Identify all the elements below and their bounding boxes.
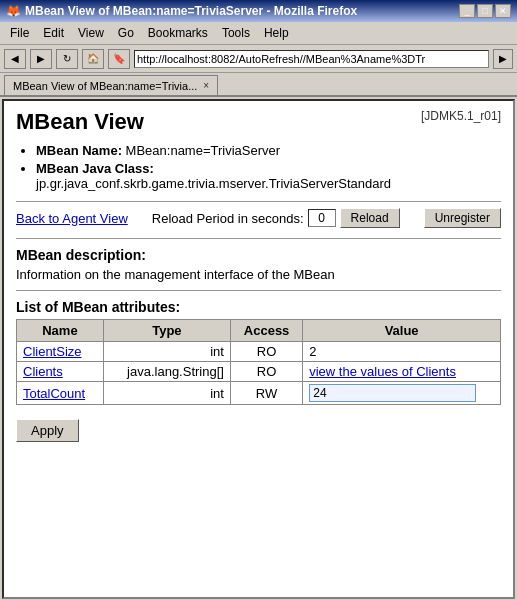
attribute-value: view the values of Clients (303, 362, 501, 382)
menu-bookmarks[interactable]: Bookmarks (142, 24, 214, 42)
table-row: Clientsjava.lang.String[]ROview the valu… (17, 362, 501, 382)
col-header-name: Name (17, 320, 104, 342)
minimize-button[interactable]: _ (459, 4, 475, 18)
attribute-value: 2 (303, 342, 501, 362)
menu-go[interactable]: Go (112, 24, 140, 42)
menu-file[interactable]: File (4, 24, 35, 42)
mbean-header: MBean View [JDMK5.1_r01] (16, 109, 501, 135)
info-section: MBean Name: MBean:name=TriviaServer MBea… (16, 143, 501, 191)
go-button[interactable]: ▶ (493, 49, 513, 69)
title-bar-controls[interactable]: _ □ ✕ (459, 4, 511, 18)
version-label: [JDMK5.1_r01] (421, 109, 501, 123)
back-to-agent-link[interactable]: Back to Agent View (16, 211, 128, 226)
stop-button[interactable]: 🔖 (108, 49, 130, 69)
reload-input[interactable] (308, 209, 336, 227)
attribute-access: RW (230, 382, 302, 405)
close-button[interactable]: ✕ (495, 4, 511, 18)
apply-button[interactable]: Apply (16, 419, 79, 442)
refresh-button[interactable]: ↻ (56, 49, 78, 69)
attributes-table: Name Type Access Value ClientSizeintRO2C… (16, 319, 501, 405)
attribute-value-link[interactable]: view the values of Clients (309, 364, 456, 379)
col-header-access: Access (230, 320, 302, 342)
title-bar-label: 🦊 MBean View of MBean:name=TriviaServer … (6, 4, 357, 18)
browser-tab[interactable]: MBean View of MBean:name=Trivia... × (4, 75, 218, 95)
tab-bar: MBean View of MBean:name=Trivia... × (0, 73, 517, 97)
forward-button[interactable]: ▶ (30, 49, 52, 69)
menu-help[interactable]: Help (258, 24, 295, 42)
reload-controls: Reload Period in seconds: Reload (152, 208, 400, 228)
table-header-row: Name Type Access Value (17, 320, 501, 342)
reload-button[interactable]: Reload (340, 208, 400, 228)
attribute-type: int (103, 342, 230, 362)
home-button[interactable]: 🏠 (82, 49, 104, 69)
attribute-name-link[interactable]: Clients (23, 364, 63, 379)
table-row: ClientSizeintRO2 (17, 342, 501, 362)
back-button[interactable]: ◀ (4, 49, 26, 69)
menu-view[interactable]: View (72, 24, 110, 42)
divider-1 (16, 201, 501, 202)
attribute-access: RO (230, 362, 302, 382)
title-bar: 🦊 MBean View of MBean:name=TriviaServer … (0, 0, 517, 22)
mbean-class-label: MBean Java Class: (36, 161, 154, 176)
attribute-access: RO (230, 342, 302, 362)
table-row: TotalCountintRW (17, 382, 501, 405)
firefox-icon: 🦊 (6, 4, 21, 18)
attribute-type: int (103, 382, 230, 405)
page-title: MBean View (16, 109, 144, 135)
mbean-class-item: MBean Java Class: jp.gr.java_conf.skrb.g… (36, 161, 501, 191)
mbean-name-value: MBean:name=TriviaServer (126, 143, 281, 158)
mbean-class-value: jp.gr.java_conf.skrb.game.trivia.mserver… (36, 176, 391, 191)
divider-3 (16, 290, 501, 291)
attribute-type: java.lang.String[] (103, 362, 230, 382)
mbean-name-item: MBean Name: MBean:name=TriviaServer (36, 143, 501, 158)
content-area: MBean View [JDMK5.1_r01] MBean Name: MBe… (2, 99, 515, 599)
attribute-name-link[interactable]: TotalCount (23, 386, 85, 401)
reload-section: Back to Agent View Reload Period in seco… (16, 208, 501, 228)
tab-close-button[interactable]: × (203, 80, 209, 91)
tab-label: MBean View of MBean:name=Trivia... (13, 80, 197, 92)
attributes-list-title: List of MBean attributes: (16, 299, 501, 315)
divider-2 (16, 238, 501, 239)
menu-edit[interactable]: Edit (37, 24, 70, 42)
address-input[interactable] (134, 50, 489, 68)
reload-label: Reload Period in seconds: (152, 211, 304, 226)
attribute-name-link[interactable]: ClientSize (23, 344, 82, 359)
col-header-type: Type (103, 320, 230, 342)
menu-bar: File Edit View Go Bookmarks Tools Help (0, 22, 517, 45)
mbean-description-title: MBean description: (16, 247, 501, 263)
address-bar: ◀ ▶ ↻ 🏠 🔖 ▶ (0, 45, 517, 73)
maximize-button[interactable]: □ (477, 4, 493, 18)
mbean-name-label: MBean Name: (36, 143, 122, 158)
unregister-button[interactable]: Unregister (424, 208, 501, 228)
mbean-description-text: Information on the management interface … (16, 267, 501, 282)
attribute-value (303, 382, 501, 405)
menu-tools[interactable]: Tools (216, 24, 256, 42)
col-header-value: Value (303, 320, 501, 342)
attribute-value-input[interactable] (309, 384, 475, 402)
